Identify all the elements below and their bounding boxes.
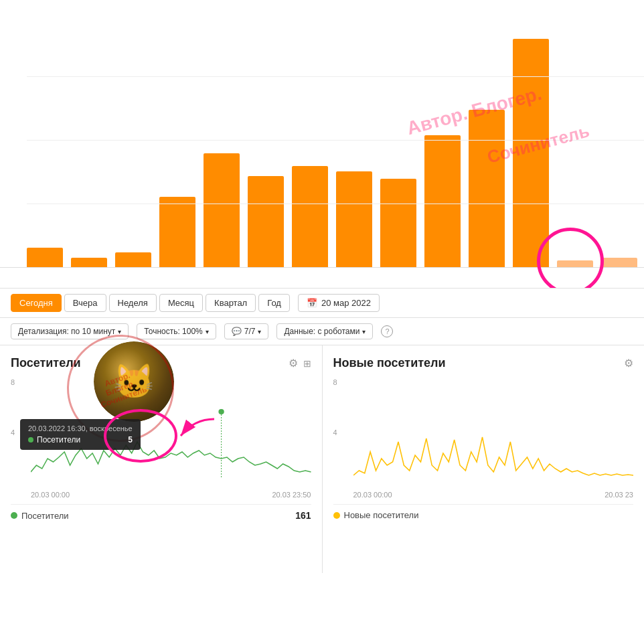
legend-dot-yellow bbox=[333, 512, 340, 519]
bar bbox=[159, 197, 195, 268]
new-visitors-actions: ⚙ bbox=[624, 357, 633, 370]
bar-chart bbox=[0, 13, 644, 268]
detail-label: Детализация: по 10 минут bbox=[18, 327, 115, 336]
visitors-chart: 8 4 20.03 00:00 20.03 23:50 bbox=[11, 378, 311, 499]
y-label-mid: 4 bbox=[11, 428, 15, 436]
chevron-down-icon: ▾ bbox=[118, 328, 121, 335]
x-label-start: 20.03 00:00 bbox=[353, 491, 392, 499]
gridline bbox=[27, 140, 644, 141]
y-label-mid: 4 bbox=[333, 428, 337, 436]
segments-filter[interactable]: 💬 7/7 ▾ bbox=[224, 323, 269, 339]
top-chart-area: Автор. Блогер. Сочинитель bbox=[0, 0, 644, 288]
svg-point-1 bbox=[218, 409, 224, 414]
x-label-end: 20.03 23 bbox=[605, 491, 633, 499]
visitors-panel: Посетители ⚙ ⊞ 8 4 bbox=[0, 345, 323, 573]
visitors-header: Посетители ⚙ ⊞ bbox=[11, 356, 311, 370]
new-visitors-svg bbox=[353, 378, 634, 479]
data-label: Данные: с роботами bbox=[284, 327, 359, 336]
new-visitors-header: Новые посетители ⚙ bbox=[333, 356, 634, 370]
bar bbox=[380, 179, 416, 268]
new-visitors-chart-area bbox=[353, 378, 634, 479]
accuracy-filter[interactable]: Точность: 100% ▾ bbox=[137, 323, 216, 339]
bar bbox=[601, 258, 637, 268]
y-label-top: 8 bbox=[333, 378, 337, 386]
visitors-x-axis: 20.03 00:00 20.03 23:50 bbox=[31, 491, 311, 499]
calendar-icon: 📅 bbox=[307, 298, 317, 308]
segment-icon: 💬 bbox=[232, 327, 242, 336]
date-label: 20 мар 2022 bbox=[321, 298, 371, 308]
tab-today[interactable]: Сегодня bbox=[11, 294, 62, 312]
visitors-svg bbox=[31, 378, 311, 479]
bar bbox=[27, 248, 63, 268]
date-picker-button[interactable]: 📅 20 мар 2022 bbox=[298, 294, 380, 312]
visitors-legend-label: Посетители bbox=[21, 511, 69, 521]
bar bbox=[292, 166, 328, 268]
detail-filter[interactable]: Детализация: по 10 минут ▾ bbox=[11, 323, 129, 339]
segments-label: 7/7 bbox=[244, 327, 256, 336]
data-filter[interactable]: Данные: с роботами ▾ bbox=[276, 323, 373, 339]
visitors-footer: Посетители 161 bbox=[11, 504, 311, 521]
bar bbox=[248, 176, 284, 268]
chevron-down-icon: ▾ bbox=[362, 328, 366, 335]
new-visitors-title: Новые посетители bbox=[333, 356, 446, 370]
tab-month[interactable]: Месяц bbox=[159, 294, 203, 312]
x-label-start: 20.03 00:00 bbox=[31, 491, 70, 499]
tab-quarter[interactable]: Квартал bbox=[206, 294, 256, 312]
gridline bbox=[27, 204, 644, 204]
toolbar: Сегодня Вчера Неделя Месяц Квартал Год 📅… bbox=[0, 288, 644, 318]
bar bbox=[513, 39, 549, 268]
bar bbox=[424, 135, 461, 268]
new-visitors-legend-label: Новые посетители bbox=[344, 510, 419, 520]
gear-icon[interactable]: ⚙ bbox=[624, 357, 633, 370]
bar bbox=[115, 252, 151, 268]
visitors-actions: ⚙ ⊞ bbox=[289, 357, 311, 370]
gridlines bbox=[27, 13, 644, 268]
visitors-chart-area bbox=[31, 378, 311, 479]
bar bbox=[204, 153, 240, 268]
gridline bbox=[27, 76, 644, 77]
new-visitors-legend: Новые посетители bbox=[333, 510, 419, 520]
new-visitors-chart: 8 4 20.03 00:00 20.03 23 bbox=[333, 378, 634, 499]
tab-year[interactable]: Год bbox=[258, 294, 290, 312]
y-label-top: 8 bbox=[11, 378, 15, 386]
legend-dot-green bbox=[11, 512, 17, 519]
x-label-end: 20.03 23:50 bbox=[272, 491, 311, 499]
gear-icon[interactable]: ⚙ bbox=[289, 357, 298, 370]
visitors-title: Посетители bbox=[11, 356, 81, 370]
bar bbox=[71, 258, 107, 268]
tab-week[interactable]: Неделя bbox=[109, 294, 157, 312]
grid-icon[interactable]: ⊞ bbox=[303, 358, 311, 369]
new-visitors-x-axis: 20.03 00:00 20.03 23 bbox=[353, 491, 634, 499]
visitors-total: 161 bbox=[295, 510, 311, 521]
metrics-area: Посетители ⚙ ⊞ 8 4 bbox=[0, 345, 644, 573]
new-visitors-footer: Новые посетители bbox=[333, 504, 634, 520]
new-visitors-panel: Новые посетители ⚙ 8 4 20.03 00:00 20.03… bbox=[323, 345, 645, 573]
tab-yesterday[interactable]: Вчера bbox=[64, 294, 106, 312]
bar bbox=[557, 260, 593, 268]
bar bbox=[469, 110, 505, 268]
filters-row: Детализация: по 10 минут ▾ Точность: 100… bbox=[0, 318, 644, 345]
chevron-down-icon: ▾ bbox=[206, 328, 209, 335]
visitors-legend: Посетители bbox=[11, 511, 69, 521]
help-icon[interactable]: ? bbox=[381, 325, 393, 337]
visitors-y-axis: 8 4 bbox=[11, 378, 15, 479]
bar bbox=[336, 171, 372, 268]
accuracy-label: Точность: 100% bbox=[144, 327, 202, 336]
chevron-down-icon: ▾ bbox=[258, 328, 261, 335]
new-visitors-y-axis: 8 4 bbox=[333, 378, 337, 479]
